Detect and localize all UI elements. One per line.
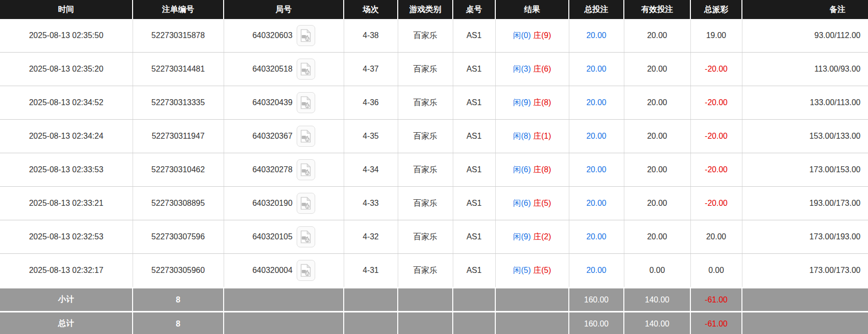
table-row: 2025-08-13 02:32:53 522730307596 6403201… [0, 220, 868, 254]
header-game-type: 游戏类别 [398, 0, 453, 19]
total-payout: -61.00 [690, 312, 742, 334]
total-bet-link[interactable]: 20.00 [586, 31, 606, 40]
cell-payout: 20.00 [690, 220, 742, 254]
video-replay-button[interactable] [297, 126, 315, 147]
cell-result: 闲(9)庄(8) [495, 86, 569, 120]
subtotal-empty-cell [344, 288, 398, 312]
result-player: 闲(6) [513, 199, 531, 207]
result-banker: 庄(5) [533, 199, 551, 207]
video-file-icon [300, 197, 311, 210]
table-row: 2025-08-13 02:33:53 522730310462 6403202… [0, 153, 868, 187]
cell-remark: 173.00/173.00 [742, 254, 868, 288]
result-player: 闲(5) [513, 266, 531, 274]
game-number-text: 640320105 [252, 232, 292, 241]
cell-bet-number: 522730305960 [133, 254, 224, 288]
video-replay-button[interactable] [297, 159, 315, 180]
cell-payout: -20.00 [690, 153, 742, 187]
cell-session: 4-35 [344, 120, 398, 153]
header-game-number: 局号 [224, 0, 344, 19]
cell-table-number: AS1 [453, 187, 495, 220]
cell-bet-number: 522730311947 [133, 120, 224, 153]
total-label: 总计 [0, 312, 133, 334]
game-number-text: 640320518 [252, 65, 292, 74]
cell-time: 2025-08-13 02:34:24 [0, 120, 133, 153]
cell-bet-number: 522730310462 [133, 153, 224, 187]
cell-game-type: 百家乐 [398, 254, 453, 288]
cell-game-number: 640320367 [224, 120, 344, 153]
cell-valid-bet: 20.00 [624, 86, 690, 120]
video-replay-button[interactable] [297, 25, 315, 46]
total-bet-link[interactable]: 20.00 [586, 199, 606, 207]
video-file-icon [300, 29, 311, 42]
header-remark: 备注 [742, 0, 868, 19]
cell-bet-number: 522730314481 [133, 53, 224, 86]
cell-total-bet: 20.00 [569, 254, 624, 288]
total-bet-link[interactable]: 20.00 [586, 98, 606, 107]
cell-remark: 133.00/113.00 [742, 86, 868, 120]
cell-total-bet: 20.00 [569, 86, 624, 120]
cell-game-type: 百家乐 [398, 187, 453, 220]
table-body: 2025-08-13 02:35:50 522730315878 6403206… [0, 19, 868, 334]
cell-game-type: 百家乐 [398, 120, 453, 153]
cell-game-type: 百家乐 [398, 86, 453, 120]
cell-game-type: 百家乐 [398, 220, 453, 254]
cell-total-bet: 20.00 [569, 187, 624, 220]
total-empty-cell [398, 312, 453, 334]
cell-time: 2025-08-13 02:32:53 [0, 220, 133, 254]
cell-valid-bet: 20.00 [624, 187, 690, 220]
total-empty-cell [742, 312, 868, 334]
cell-game-number: 640320518 [224, 53, 344, 86]
cell-table-number: AS1 [453, 220, 495, 254]
cell-game-number: 640320004 [224, 254, 344, 288]
cell-result: 闲(5)庄(5) [495, 254, 569, 288]
cell-remark: 153.00/133.00 [742, 120, 868, 153]
total-bet-link[interactable]: 20.00 [586, 232, 606, 241]
header-result: 结果 [495, 0, 569, 19]
cell-valid-bet: 20.00 [624, 19, 690, 53]
subtotal-empty-cell [398, 288, 453, 312]
cell-session: 4-33 [344, 187, 398, 220]
result-player: 闲(6) [513, 165, 531, 174]
subtotal-label: 小计 [0, 288, 133, 312]
result-player: 闲(0) [513, 31, 531, 40]
cell-bet-number: 522730315878 [133, 19, 224, 53]
video-replay-button[interactable] [297, 226, 315, 247]
video-replay-button[interactable] [297, 260, 315, 281]
cell-result: 闲(9)庄(2) [495, 220, 569, 254]
cell-valid-bet: 20.00 [624, 120, 690, 153]
cell-time: 2025-08-13 02:34:52 [0, 86, 133, 120]
subtotal-total-bet: 160.00 [569, 288, 624, 312]
cell-payout: -20.00 [690, 86, 742, 120]
cell-game-number: 640320439 [224, 86, 344, 120]
total-bet-link[interactable]: 20.00 [586, 132, 606, 140]
cell-time: 2025-08-13 02:35:20 [0, 53, 133, 86]
result-player: 闲(9) [513, 98, 531, 107]
header-valid-bet: 有效投注 [624, 0, 690, 19]
table-row: 2025-08-13 02:32:17 522730305960 6403200… [0, 254, 868, 288]
result-banker: 庄(6) [533, 65, 551, 73]
subtotal-empty-cell [742, 288, 868, 312]
subtotal-count: 8 [133, 288, 224, 312]
subtotal-empty-cell [224, 288, 344, 312]
cell-session: 4-34 [344, 153, 398, 187]
video-file-icon [300, 96, 311, 109]
cell-remark: 173.00/193.00 [742, 220, 868, 254]
video-replay-button[interactable] [297, 59, 315, 80]
video-replay-button[interactable] [297, 193, 315, 214]
total-bet-link[interactable]: 20.00 [586, 65, 606, 73]
cell-valid-bet: 0.00 [624, 254, 690, 288]
header-row: 时间 注单编号 局号 场次 游戏类别 桌号 结果 总投注 有效投注 总派彩 备注 [0, 0, 868, 19]
cell-table-number: AS1 [453, 153, 495, 187]
cell-time: 2025-08-13 02:35:50 [0, 19, 133, 53]
video-replay-button[interactable] [297, 92, 315, 113]
total-row: 总计 8 160.00 140.00 -61.00 [0, 312, 868, 334]
game-number-text: 640320278 [252, 165, 292, 174]
total-bet-link[interactable]: 20.00 [586, 266, 606, 274]
cell-total-bet: 20.00 [569, 19, 624, 53]
result-banker: 庄(9) [533, 31, 551, 40]
cell-bet-number: 522730307596 [133, 220, 224, 254]
cell-time: 2025-08-13 02:33:21 [0, 187, 133, 220]
cell-session: 4-31 [344, 254, 398, 288]
total-bet-link[interactable]: 20.00 [586, 165, 606, 174]
header-payout: 总派彩 [690, 0, 742, 19]
